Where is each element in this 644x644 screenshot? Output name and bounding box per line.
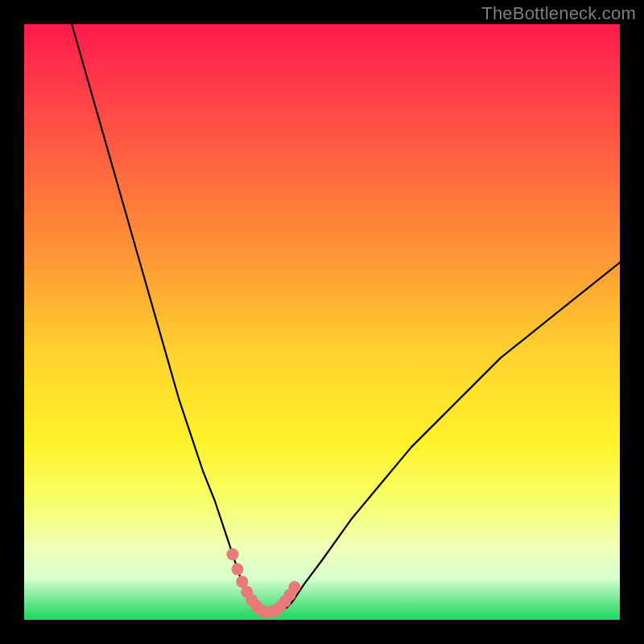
curve-layer: [24, 24, 620, 620]
plot-area: [24, 24, 620, 620]
watermark-label: TheBottleneck.com: [481, 3, 636, 24]
chart-frame: TheBottleneck.com: [0, 0, 644, 644]
highlight-marker: [227, 548, 239, 560]
highlight-marker: [288, 581, 300, 593]
bottleneck-curve: [72, 24, 620, 612]
highlight-marker: [231, 564, 243, 576]
